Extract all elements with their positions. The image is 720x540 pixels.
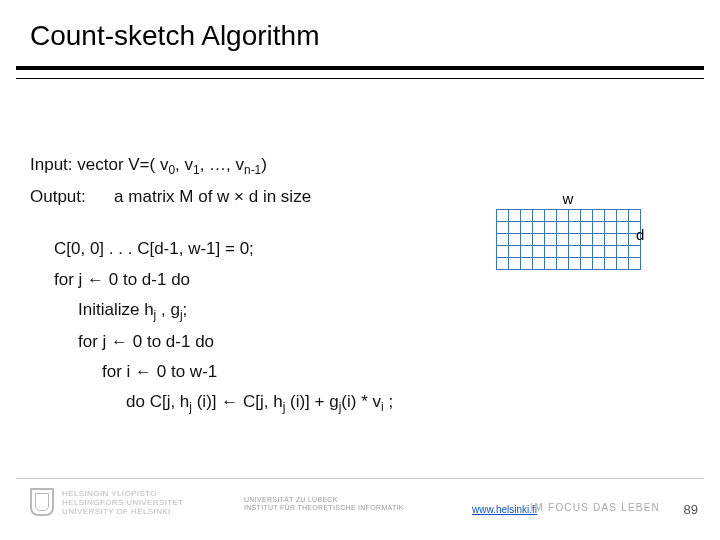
text: INSTITUT FÜR THEORETISCHE INFORMATIK: [244, 504, 404, 512]
footer: HELSINGIN YLIOPISTO HELSINGFORS UNIVERSI…: [0, 478, 720, 540]
text: Initialize h: [78, 300, 154, 319]
line-for-j-outer: for j ← 0 to d-1 do: [30, 267, 690, 293]
matrix-figure: w d: [478, 190, 658, 269]
title-rule: [16, 66, 704, 79]
helsinki-text: HELSINGIN YLIOPISTO HELSINGFORS UNIVERSI…: [62, 489, 184, 516]
slide-title: Count-sketch Algorithm: [30, 20, 319, 52]
line-input: Input: vector V=( v0, v1, …, vn-1): [30, 152, 690, 180]
output-text: a matrix M of w × d in size: [114, 187, 311, 206]
line-for-i: for i ← 0 to w-1: [30, 359, 690, 385]
text: ;: [183, 300, 188, 319]
matrix-grid: [496, 209, 640, 269]
text: HELSINGFORS UNIVERSITET: [62, 498, 184, 507]
text: , v: [175, 155, 193, 174]
text: UNIVERSITÄT ZU LÜBECK: [244, 496, 404, 504]
text: Input: vector V=( v: [30, 155, 168, 174]
text: ): [261, 155, 267, 174]
matrix-cell: [628, 257, 641, 270]
lubeck-logo: UNIVERSITÄT ZU LÜBECK INSTITUT FÜR THEOR…: [244, 496, 404, 511]
matrix-top-label: w: [478, 190, 658, 207]
matrix-right-label: d: [636, 226, 644, 243]
text: , …, v: [200, 155, 244, 174]
footer-rule: [16, 478, 704, 479]
helsinki-logo: HELSINGIN YLIOPISTO HELSINGFORS UNIVERSI…: [30, 488, 184, 516]
slide: Count-sketch Algorithm Input: vector V=(…: [0, 0, 720, 540]
page-number: 89: [684, 502, 698, 517]
algorithm-body: Input: vector V=( v0, v1, …, vn-1) Outpu…: [30, 148, 690, 421]
line-do: do C[j, hj (i)] ← C[j, hj (i)] + gj(i) *…: [30, 389, 690, 417]
output-label: Output:: [30, 187, 86, 206]
text: UNIVERSITY OF HELSINKI: [62, 507, 184, 516]
sub: 1: [193, 163, 200, 177]
helsinki-url-link[interactable]: www.helsinki.fi: [472, 504, 537, 515]
shield-icon: [30, 488, 54, 516]
text: (i)] ← C[j, h: [192, 392, 283, 411]
text: (i)] + g: [285, 392, 338, 411]
text: (i) * v: [341, 392, 381, 411]
text: HELSINGIN YLIOPISTO: [62, 489, 184, 498]
text: , g: [156, 300, 180, 319]
sub: n-1: [244, 163, 261, 177]
focus-motto: IM FOCUS DAS LEBEN: [531, 502, 660, 513]
line-initialize: Initialize hj , gj;: [30, 297, 690, 325]
text: do C[j, h: [126, 392, 189, 411]
text: ;: [384, 392, 393, 411]
line-for-j-inner: for j ← 0 to d-1 do: [30, 329, 690, 355]
